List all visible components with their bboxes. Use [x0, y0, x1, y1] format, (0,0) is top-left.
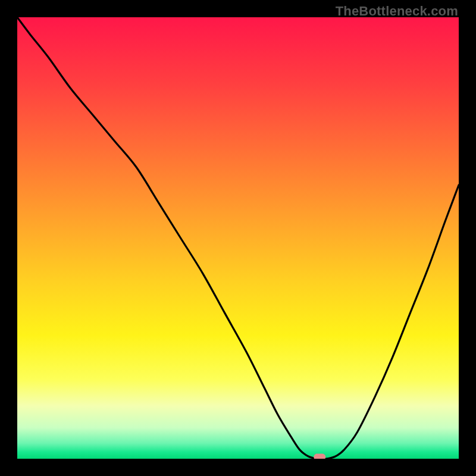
plot-area [17, 17, 459, 459]
watermark-text: TheBottleneck.com [336, 4, 458, 19]
markers-group [314, 454, 325, 459]
gradient-background [17, 17, 459, 459]
optimal-point [314, 454, 325, 459]
chart-frame: TheBottleneck.com [0, 0, 476, 476]
bottleneck-chart [17, 17, 459, 459]
